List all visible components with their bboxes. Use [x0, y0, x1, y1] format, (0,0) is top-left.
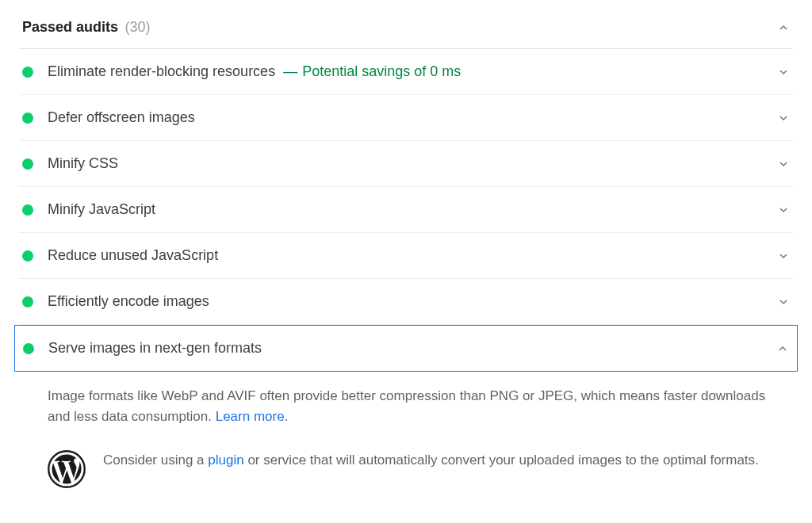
status-pass-icon — [22, 158, 33, 170]
audit-title: Eliminate render-blocking resources — [48, 63, 275, 80]
audit-title: Minify CSS — [48, 155, 118, 172]
status-pass-icon — [23, 343, 34, 354]
learn-more-link[interactable]: Learn more — [216, 409, 285, 424]
audit-title: Reduce unused JavaScript — [48, 247, 218, 264]
audit-row[interactable]: Reduce unused JavaScript — [19, 233, 793, 279]
chevron-down-icon — [777, 66, 790, 78]
chevron-down-icon — [777, 112, 790, 124]
passed-audits-header[interactable]: Passed audits (30) — [19, 13, 793, 49]
chevron-down-icon — [777, 250, 790, 262]
status-pass-icon — [22, 250, 33, 262]
audit-description-text: Image formats like WebP and AVIF often p… — [48, 388, 765, 424]
chevron-down-icon — [777, 296, 790, 308]
status-pass-icon — [22, 296, 33, 307]
audit-row[interactable]: Defer offscreen images — [19, 95, 793, 141]
plugin-link[interactable]: plugin — [208, 452, 243, 468]
chevron-up-icon — [776, 342, 789, 355]
audit-title: Defer offscreen images — [48, 109, 195, 126]
audit-row[interactable]: Minify JavaScript — [19, 187, 793, 233]
chevron-up-icon — [777, 21, 790, 34]
section-count: (30) — [125, 19, 151, 35]
status-pass-icon — [22, 67, 33, 78]
status-pass-icon — [22, 113, 33, 124]
chevron-down-icon — [777, 158, 790, 170]
status-pass-icon — [22, 204, 33, 216]
audit-description-suffix: . — [285, 409, 289, 424]
audit-row[interactable]: Efficiently encode images — [19, 279, 793, 325]
audit-savings: Potential savings of 0 ms — [302, 63, 461, 80]
stackpack-text: Consider using a plugin or service that … — [103, 450, 759, 471]
savings-separator: — — [283, 63, 297, 80]
audit-title: Minify JavaScript — [48, 201, 155, 218]
audit-row[interactable]: Eliminate render-blocking resources — Po… — [19, 49, 793, 95]
audit-row[interactable]: Serve images in next-gen formats — [14, 325, 798, 372]
audit-title: Serve images in next-gen formats — [48, 340, 262, 357]
wordpress-icon — [48, 450, 86, 488]
stackpack-suggestion: Consider using a plugin or service that … — [19, 436, 793, 488]
audit-title: Efficiently encode images — [48, 293, 209, 310]
audit-description: Image formats like WebP and AVIF often p… — [19, 372, 793, 436]
chevron-down-icon — [777, 204, 790, 216]
section-title: Passed audits — [22, 19, 118, 35]
audit-row[interactable]: Minify CSS — [19, 141, 793, 187]
